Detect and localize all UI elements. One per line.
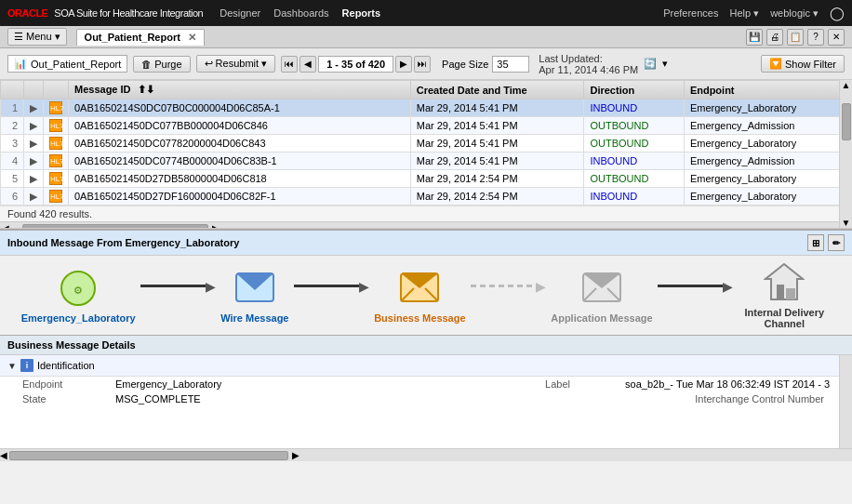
flow-header: Inbound Message From Emergency_Laborator… [0,229,852,256]
arrow-head-2: ▶ [359,280,369,293]
last-updated: Last Updated: Apr 11, 2014 4:46 PM [539,53,638,75]
bottom-scrollbar[interactable]: ◀ ▶ [0,448,852,461]
direction: INBOUND [584,99,684,117]
flow-label-internal-delivery: Internal Delivery Channel [738,307,831,329]
bottom-scroll-right[interactable]: ▶ [292,450,300,460]
purge-button[interactable]: 🗑 Purge [133,56,190,73]
help-link[interactable]: Help ▾ [729,7,759,20]
col-num [1,81,24,99]
nav-designer[interactable]: Designer [220,7,260,19]
refresh-dropdown-icon[interactable]: ▾ [662,58,668,70]
bottom-scroll-thumb[interactable] [9,451,288,460]
scrollbar-v-thumb[interactable] [842,103,851,140]
col-direction[interactable]: Direction [584,81,684,99]
close-icon[interactable]: ◯ [830,6,845,20]
id-icon: i [20,359,33,372]
prev-page-button[interactable]: ◀ [300,56,316,73]
sort-icon[interactable]: ⬆⬇ [138,84,154,95]
details-content: ▼ i Identification Endpoint Emergency_La… [0,355,852,448]
menu-label: Menu ▾ [26,31,60,43]
close2-icon[interactable]: ✕ [828,29,845,46]
preferences-link[interactable]: Preferences [663,7,718,19]
business-message-icon [397,268,442,309]
table-row[interactable]: 5 ▶ HL7 0AB165021450D27DB58000004D06C818… [1,170,852,188]
bottom-scroll-left[interactable]: ◀ [0,450,7,460]
table-row[interactable]: 3 ▶ HL7 0AB165021450DC07782000004D06C843… [1,135,852,153]
nav-dashboards[interactable]: Dashboards [273,7,328,19]
show-filter-button[interactable]: 🔽 Show Filter [761,55,845,73]
menu-button[interactable]: ☰ Menu ▾ [7,28,67,46]
endpoint: Emergency_Laboratory [684,135,851,153]
col-created-date[interactable]: Created Date and Time [410,81,584,99]
details-title: Business Message Details [7,339,136,351]
product-name: SOA Suite for Healthcare Integration [54,7,203,19]
created-date: Mar 29, 2014 5:41 PM [410,153,584,170]
oracle-logo: ORACLE SOA Suite for Healthcare Integrat… [7,7,203,20]
col-message-id[interactable]: Message ID ⬆⬇ [69,81,411,99]
created-date: Mar 29, 2014 2:54 PM [410,170,584,188]
svg-text:⚙: ⚙ [73,285,83,296]
flow-item-emergency-lab[interactable]: ⚙ Emergency_Laboratory [21,268,136,324]
expand-btn[interactable]: ▶ [24,99,44,117]
toolbar: 📊 Out_Patient_Report 🗑 Purge ↩ Resubmit … [0,48,852,80]
endpoint: Emergency_Admission [684,117,851,135]
scroll-right-btn[interactable]: ▶ [212,223,220,229]
table-row[interactable]: 4 ▶ HL7 0AB165021450DC0774B000004D06C83B… [1,153,852,170]
save2-icon[interactable]: 📋 [787,29,804,46]
help-icon[interactable]: ? [807,29,824,46]
msg-type-icon: HL7 [44,188,69,206]
page-size-label: Page Size [442,59,488,70]
filter-icon: 🔽 [769,58,782,70]
top-bar: ORACLE SOA Suite for Healthcare Integrat… [0,0,852,26]
horizontal-scrollbar[interactable]: ◀ ▶ [0,221,852,229]
refresh-icon[interactable]: 🔄 [644,58,657,70]
expand-btn[interactable]: ▶ [24,117,44,135]
first-page-button[interactable]: ⏮ [281,56,298,73]
message-id: 0AB1650214S0DC07B0C000004D06C85A-1 [69,99,411,117]
scrollbar-thumb[interactable] [22,224,208,230]
endpoint: Emergency_Laboratory [684,188,851,206]
created-date: Mar 29, 2014 5:41 PM [410,117,584,135]
expand-btn[interactable]: ▶ [24,170,44,188]
flow-edit-icon[interactable]: ✏ [828,234,845,251]
tab-close-icon[interactable]: ✕ [188,32,196,44]
expand-btn[interactable]: ▶ [24,135,44,153]
label-label: Label [545,378,619,390]
details-scrollbar[interactable] [839,355,852,448]
page-size-input[interactable] [492,56,529,73]
resubmit-button[interactable]: ↩ Resubmit ▾ [196,55,276,73]
wire-message-icon [233,268,277,309]
window-icons: 💾 🖨 📋 ? ✕ [746,29,845,46]
weblogic-link[interactable]: weblogic ▾ [770,7,819,20]
flow-item-internal-delivery[interactable]: Internal Delivery Channel [738,262,831,329]
flow-label-application-message: Application Message [551,312,652,324]
col-endpoint[interactable]: Endpoint [684,81,851,99]
flow-item-wire-message[interactable]: Wire Message [220,268,288,324]
flow-grid-icon[interactable]: ⊞ [807,234,824,251]
table-row[interactable]: 6 ▶ HL7 0AB165021450D27DF16000004D06C82F… [1,188,852,206]
arrow-line-4 [658,285,723,287]
table-row[interactable]: 2 ▶ HL7 0AB165021450DC077BB000004D06C846… [1,117,852,135]
msg-type-icon: HL7 [44,170,69,188]
print-icon[interactable]: 🖨 [766,29,783,46]
flow-item-application-message[interactable]: Application Message [551,268,652,324]
row-num: 1 [1,99,24,117]
table-row[interactable]: 1 ▶ HL7 0AB1650214S0DC07B0C000004D06C85A… [1,99,852,117]
save-icon[interactable]: 💾 [746,29,763,46]
last-page-button[interactable]: ⏭ [414,56,431,73]
nav-reports[interactable]: Reports [342,7,381,19]
scroll-left-btn[interactable]: ◀ [2,223,9,229]
arrow-line-1 [140,285,206,287]
expand-btn[interactable]: ▶ [24,153,44,170]
next-page-button[interactable]: ▶ [395,56,412,73]
menu-icon: ☰ [14,31,23,43]
flow-item-business-message[interactable]: Business Message [374,268,465,324]
row-num: 6 [1,188,24,206]
vertical-scrollbar[interactable]: ▲ ▼ [839,80,852,228]
identification-section[interactable]: ▼ i Identification [0,355,852,377]
expand-btn[interactable]: ▶ [24,188,44,206]
flow-arrow-4: ▶ [658,280,733,293]
row-num: 5 [1,170,24,188]
endpoint-value: Emergency_Laboratory [115,378,221,390]
out-patient-report-tab[interactable]: Out_Patient_Report ✕ [76,29,205,46]
